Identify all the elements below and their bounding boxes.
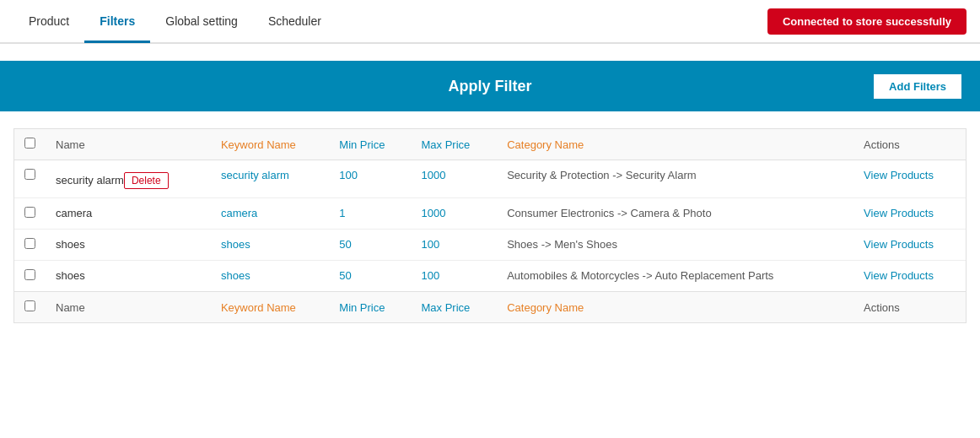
header-keyword: Keyword Name bbox=[211, 129, 329, 160]
select-all-checkbox[interactable] bbox=[24, 138, 35, 149]
filters-table-wrap: Name Keyword Name Min Price Max Price Ca… bbox=[13, 128, 967, 323]
header-max-price: Max Price bbox=[412, 129, 498, 160]
tab-filters[interactable]: Filters bbox=[84, 1, 150, 43]
footer-category: Category Name bbox=[497, 292, 853, 323]
row-actions: View Products bbox=[853, 160, 966, 198]
view-products-link[interactable]: View Products bbox=[864, 207, 934, 219]
header-category: Category Name bbox=[497, 129, 853, 160]
row-max-price: 100 bbox=[412, 261, 498, 292]
row-min-price: 50 bbox=[329, 261, 411, 292]
table-row: security alarmDeletesecurity alarm100100… bbox=[14, 160, 966, 198]
footer-max-price: Max Price bbox=[412, 292, 498, 323]
footer-select-all-checkbox[interactable] bbox=[24, 300, 35, 311]
table-body: security alarmDeletesecurity alarm100100… bbox=[14, 160, 966, 292]
row-min-price: 1 bbox=[329, 198, 411, 230]
footer-min-price: Min Price bbox=[329, 292, 411, 323]
row-checkbox[interactable] bbox=[24, 169, 35, 180]
row-checkbox[interactable] bbox=[24, 269, 35, 280]
footer-checkbox-cell bbox=[14, 292, 46, 323]
footer-name: Name bbox=[46, 292, 211, 323]
tab-product[interactable]: Product bbox=[13, 1, 84, 43]
tab-global-setting[interactable]: Global setting bbox=[150, 1, 253, 43]
row-min-price: 100 bbox=[329, 160, 411, 198]
row-max-price: 1000 bbox=[412, 160, 498, 198]
nav-bar: Product Filters Global setting Scheduler… bbox=[0, 0, 980, 44]
row-keyword: shoes bbox=[211, 261, 329, 292]
header-checkbox-cell bbox=[14, 129, 46, 160]
row-checkbox[interactable] bbox=[24, 238, 35, 249]
table-footer-row: Name Keyword Name Min Price Max Price Ca… bbox=[14, 292, 966, 323]
header-min-price: Min Price bbox=[329, 129, 411, 160]
row-keyword: camera bbox=[211, 198, 329, 230]
table-row: cameracamera11000Consumer Electronics ->… bbox=[14, 198, 966, 230]
row-actions: View Products bbox=[853, 261, 966, 292]
row-keyword: shoes bbox=[211, 230, 329, 261]
connected-badge: Connected to store successfully bbox=[767, 8, 967, 35]
row-name: shoes bbox=[46, 261, 211, 292]
header-name: Name bbox=[46, 129, 211, 160]
row-category: Consumer Electronics -> Camera & Photo bbox=[497, 198, 853, 230]
row-name: shoes bbox=[46, 230, 211, 261]
row-min-price: 50 bbox=[329, 230, 411, 261]
row-category: Shoes -> Men's Shoes bbox=[497, 230, 853, 261]
row-checkbox-cell bbox=[14, 261, 46, 292]
row-checkbox[interactable] bbox=[24, 207, 35, 218]
row-max-price: 1000 bbox=[412, 198, 498, 230]
filters-table: Name Keyword Name Min Price Max Price Ca… bbox=[14, 129, 966, 322]
footer-keyword: Keyword Name bbox=[211, 292, 329, 323]
table-header-row: Name Keyword Name Min Price Max Price Ca… bbox=[14, 129, 966, 160]
row-keyword: security alarm bbox=[211, 160, 329, 198]
add-filters-button[interactable]: Add Filters bbox=[872, 73, 963, 100]
table-row: shoesshoes50100Shoes -> Men's ShoesView … bbox=[14, 230, 966, 261]
row-max-price: 100 bbox=[412, 230, 498, 261]
nav-tabs: Product Filters Global setting Scheduler bbox=[13, 0, 337, 42]
view-products-link[interactable]: View Products bbox=[864, 169, 934, 181]
row-actions: View Products bbox=[853, 198, 966, 230]
delete-button[interactable]: Delete bbox=[124, 172, 169, 189]
row-name: camera bbox=[46, 198, 211, 230]
row-category: Security & Protection -> Security Alarm bbox=[497, 160, 853, 198]
filter-bar-title: Apply Filter bbox=[448, 78, 531, 95]
tab-scheduler[interactable]: Scheduler bbox=[253, 1, 337, 43]
view-products-link[interactable]: View Products bbox=[864, 238, 934, 251]
row-actions: View Products bbox=[853, 230, 966, 261]
row-checkbox-cell bbox=[14, 160, 46, 198]
footer-actions: Actions bbox=[853, 292, 966, 323]
table-row: shoesshoes50100Automobiles & Motorcycles… bbox=[14, 261, 966, 292]
filter-bar: Apply Filter Add Filters bbox=[0, 61, 980, 111]
header-actions: Actions bbox=[853, 129, 966, 160]
row-checkbox-cell bbox=[14, 230, 46, 261]
row-name: security alarmDelete bbox=[46, 160, 211, 198]
view-products-link[interactable]: View Products bbox=[864, 269, 934, 282]
row-checkbox-cell bbox=[14, 198, 46, 230]
row-category: Automobiles & Motorcycles -> Auto Replac… bbox=[497, 261, 853, 292]
